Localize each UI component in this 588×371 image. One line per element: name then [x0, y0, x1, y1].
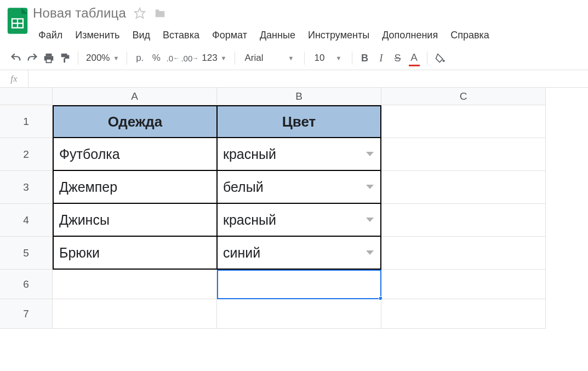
font-size-select[interactable]: 10▼	[309, 53, 347, 64]
zoom-select[interactable]: 200%▼	[83, 53, 122, 64]
cell-B4-value: красный	[223, 212, 276, 228]
cell-C4[interactable]	[381, 204, 546, 237]
cell-A4[interactable]: Джинсы	[53, 204, 217, 237]
chevron-down-icon: ▼	[221, 55, 227, 61]
folder-icon[interactable]	[153, 7, 167, 19]
column-header-A[interactable]: A	[53, 88, 217, 105]
svg-rect-7	[46, 59, 51, 62]
chevron-down-icon: ▼	[336, 55, 342, 61]
column-headers-row: A B C	[0, 88, 588, 105]
menu-help[interactable]: Справка	[445, 27, 495, 43]
dropdown-icon[interactable]	[366, 152, 374, 156]
menu-format[interactable]: Формат	[207, 27, 253, 43]
grid-rows: 1 Одежда Цвет 2 Футболка красный 3 Джемп…	[0, 105, 588, 329]
formula-bar: fx	[0, 70, 588, 88]
row-5: 5 Брюки синий	[0, 237, 588, 270]
svg-point-9	[442, 60, 444, 62]
cell-C3[interactable]	[381, 171, 546, 204]
row-header-6[interactable]: 6	[0, 270, 53, 299]
strikethrough-button[interactable]: S	[390, 50, 406, 66]
cell-B2-value: красный	[223, 146, 276, 162]
menu-addons[interactable]: Дополнения	[376, 27, 443, 43]
header: Новая таблица Файл Изменить Вид Вставка …	[0, 0, 588, 43]
cell-C6[interactable]	[381, 270, 546, 299]
fx-icon: fx	[0, 70, 28, 87]
font-select[interactable]: Arial▼	[239, 53, 300, 64]
fill-color-button[interactable]	[432, 50, 448, 66]
chevron-down-icon: ▼	[288, 55, 294, 61]
cell-C7[interactable]	[381, 299, 546, 329]
italic-button[interactable]: I	[373, 50, 390, 66]
text-color-button[interactable]: A	[406, 50, 423, 66]
cell-B6[interactable]	[217, 270, 381, 299]
cell-A6[interactable]	[53, 270, 217, 299]
cell-B7[interactable]	[217, 299, 381, 329]
formula-input[interactable]	[28, 70, 588, 87]
select-all-corner[interactable]	[0, 88, 53, 105]
menu-file[interactable]: Файл	[33, 27, 68, 43]
cell-B1[interactable]: Цвет	[217, 105, 381, 138]
cell-A2[interactable]: Футболка	[53, 138, 217, 171]
star-icon[interactable]	[134, 7, 146, 19]
format-select[interactable]: 123▼	[198, 53, 230, 64]
row-header-5[interactable]: 5	[0, 237, 53, 270]
cell-B5[interactable]: синий	[217, 237, 381, 270]
redo-icon[interactable]	[24, 50, 41, 66]
cell-A7[interactable]	[53, 299, 217, 329]
currency-button[interactable]: р.	[132, 50, 148, 66]
sheets-logo-icon	[7, 4, 31, 37]
dropdown-icon[interactable]	[366, 185, 374, 189]
cell-B2[interactable]: красный	[217, 138, 381, 171]
cell-A5[interactable]: Брюки	[53, 237, 217, 270]
row-7: 7	[0, 299, 588, 329]
cell-C1[interactable]	[381, 105, 546, 138]
cell-C2[interactable]	[381, 138, 546, 171]
menu-insert[interactable]: Вставка	[157, 27, 205, 43]
bold-button[interactable]: B	[357, 50, 373, 66]
menu-view[interactable]: Вид	[127, 27, 156, 43]
svg-rect-5	[46, 54, 52, 56]
row-header-4[interactable]: 4	[0, 204, 53, 237]
cell-A1[interactable]: Одежда	[53, 105, 217, 138]
column-header-C[interactable]: C	[381, 88, 546, 105]
column-header-B[interactable]: B	[217, 88, 381, 105]
cell-C5[interactable]	[381, 237, 546, 270]
undo-icon[interactable]	[8, 50, 24, 66]
print-icon[interactable]	[41, 50, 57, 66]
toolbar: 200%▼ р. % .0← .00→ 123▼ Arial▼ 10▼ B I …	[0, 47, 588, 70]
menu-edit[interactable]: Изменить	[70, 27, 125, 43]
row-3: 3 Джемпер белый	[0, 171, 588, 204]
cell-B3-value: белый	[223, 179, 264, 195]
chevron-down-icon: ▼	[113, 55, 119, 61]
percent-button[interactable]: %	[148, 50, 164, 66]
paint-format-icon[interactable]	[57, 50, 73, 66]
document-title[interactable]: Новая таблица	[33, 5, 126, 21]
dropdown-icon[interactable]	[366, 218, 374, 222]
row-header-7[interactable]: 7	[0, 299, 53, 329]
row-2: 2 Футболка красный	[0, 138, 588, 171]
svg-marker-4	[135, 8, 145, 18]
cell-B3[interactable]: белый	[217, 171, 381, 204]
menu-data[interactable]: Данные	[254, 27, 301, 43]
row-1: 1 Одежда Цвет	[0, 105, 588, 138]
cell-B4[interactable]: красный	[217, 204, 381, 237]
menu-tools[interactable]: Инструменты	[302, 27, 375, 43]
cell-B5-value: синий	[223, 245, 260, 261]
menu-bar: Файл Изменить Вид Вставка Формат Данные …	[33, 22, 495, 43]
decrease-decimal-button[interactable]: .0←	[164, 50, 181, 66]
row-header-1[interactable]: 1	[0, 105, 53, 138]
row-6: 6	[0, 270, 588, 299]
dropdown-icon[interactable]	[366, 250, 374, 255]
row-header-2[interactable]: 2	[0, 138, 53, 171]
row-header-3[interactable]: 3	[0, 171, 53, 204]
cell-A3[interactable]: Джемпер	[53, 171, 217, 204]
increase-decimal-button[interactable]: .00→	[181, 50, 198, 66]
row-4: 4 Джинсы красный	[0, 204, 588, 237]
